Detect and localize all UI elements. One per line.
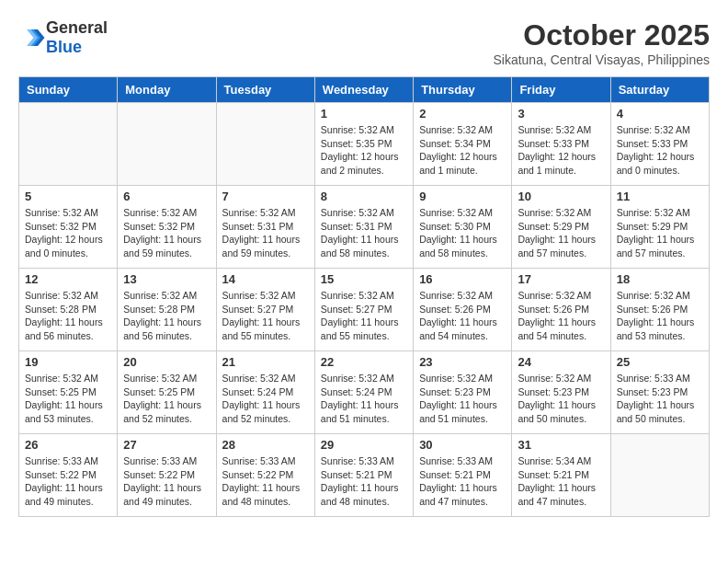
weekday-header-friday: Friday: [512, 77, 610, 103]
day-number: 27: [123, 438, 210, 452]
day-number: 5: [25, 190, 111, 203]
day-detail: Sunrise: 5:32 AM Sunset: 5:30 PM Dayligh…: [419, 206, 506, 260]
weekday-header-tuesday: Tuesday: [216, 77, 314, 103]
calendar-cell: 27Sunrise: 5:33 AM Sunset: 5:22 PM Dayli…: [118, 434, 216, 517]
calendar-cell: 19Sunrise: 5:32 AM Sunset: 5:25 PM Dayli…: [19, 351, 118, 434]
calendar-cell: 30Sunrise: 5:33 AM Sunset: 5:21 PM Dayli…: [414, 434, 512, 517]
weekday-header-saturday: Saturday: [610, 77, 709, 103]
calendar-cell: [19, 103, 118, 186]
day-detail: Sunrise: 5:32 AM Sunset: 5:32 PM Dayligh…: [123, 206, 210, 260]
day-detail: Sunrise: 5:33 AM Sunset: 5:21 PM Dayligh…: [419, 454, 506, 509]
day-detail: Sunrise: 5:32 AM Sunset: 5:33 PM Dayligh…: [518, 123, 604, 178]
day-detail: Sunrise: 5:32 AM Sunset: 5:25 PM Dayligh…: [123, 372, 210, 426]
week-row-3: 12Sunrise: 5:32 AM Sunset: 5:28 PM Dayli…: [19, 269, 710, 351]
day-number: 21: [222, 355, 309, 369]
day-detail: Sunrise: 5:33 AM Sunset: 5:22 PM Dayligh…: [123, 454, 210, 509]
weekday-header-row: SundayMondayTuesdayWednesdayThursdayFrid…: [19, 77, 710, 103]
day-number: 30: [419, 438, 506, 452]
calendar-cell: 2Sunrise: 5:32 AM Sunset: 5:34 PM Daylig…: [414, 103, 512, 186]
day-number: 24: [518, 355, 604, 369]
day-detail: Sunrise: 5:34 AM Sunset: 5:21 PM Dayligh…: [518, 454, 604, 509]
day-detail: Sunrise: 5:32 AM Sunset: 5:34 PM Dayligh…: [419, 123, 506, 178]
day-number: 22: [321, 355, 407, 369]
calendar-cell: 8Sunrise: 5:32 AM Sunset: 5:31 PM Daylig…: [314, 186, 413, 269]
calendar-cell: 12Sunrise: 5:32 AM Sunset: 5:28 PM Dayli…: [19, 269, 118, 351]
calendar-cell: 9Sunrise: 5:32 AM Sunset: 5:30 PM Daylig…: [414, 186, 512, 269]
day-detail: Sunrise: 5:33 AM Sunset: 5:23 PM Dayligh…: [617, 372, 703, 426]
title-area: October 2025 Sikatuna, Central Visayas, …: [493, 18, 710, 67]
week-row-4: 19Sunrise: 5:32 AM Sunset: 5:25 PM Dayli…: [19, 351, 710, 434]
day-detail: Sunrise: 5:32 AM Sunset: 5:31 PM Dayligh…: [222, 206, 309, 260]
day-detail: Sunrise: 5:32 AM Sunset: 5:31 PM Dayligh…: [321, 206, 407, 260]
day-number: 7: [222, 190, 309, 203]
day-detail: Sunrise: 5:32 AM Sunset: 5:24 PM Dayligh…: [222, 372, 309, 426]
weekday-header-thursday: Thursday: [414, 77, 512, 103]
calendar-cell: 31Sunrise: 5:34 AM Sunset: 5:21 PM Dayli…: [512, 434, 610, 517]
day-number: 2: [419, 107, 506, 121]
day-detail: Sunrise: 5:32 AM Sunset: 5:29 PM Dayligh…: [518, 206, 604, 260]
day-number: 3: [518, 107, 604, 121]
calendar-cell: 24Sunrise: 5:32 AM Sunset: 5:23 PM Dayli…: [512, 351, 610, 434]
weekday-header-wednesday: Wednesday: [314, 77, 413, 103]
general-blue-icon: [18, 24, 46, 52]
day-number: 20: [123, 355, 210, 369]
weekday-header-sunday: Sunday: [19, 77, 118, 103]
logo: General Blue: [18, 18, 108, 57]
day-detail: Sunrise: 5:32 AM Sunset: 5:27 PM Dayligh…: [321, 289, 407, 343]
calendar-cell: 7Sunrise: 5:32 AM Sunset: 5:31 PM Daylig…: [216, 186, 314, 269]
calendar-cell: 29Sunrise: 5:33 AM Sunset: 5:21 PM Dayli…: [314, 434, 413, 517]
calendar-cell: 22Sunrise: 5:32 AM Sunset: 5:24 PM Dayli…: [314, 351, 413, 434]
calendar-cell: [118, 103, 216, 186]
day-detail: Sunrise: 5:32 AM Sunset: 5:33 PM Dayligh…: [617, 123, 703, 178]
day-detail: Sunrise: 5:32 AM Sunset: 5:23 PM Dayligh…: [419, 372, 506, 426]
calendar-cell: 11Sunrise: 5:32 AM Sunset: 5:29 PM Dayli…: [610, 186, 709, 269]
day-number: 29: [321, 438, 407, 452]
calendar-cell: 16Sunrise: 5:32 AM Sunset: 5:26 PM Dayli…: [414, 269, 512, 351]
day-detail: Sunrise: 5:32 AM Sunset: 5:26 PM Dayligh…: [518, 289, 604, 343]
calendar-cell: 6Sunrise: 5:32 AM Sunset: 5:32 PM Daylig…: [118, 186, 216, 269]
day-detail: Sunrise: 5:32 AM Sunset: 5:26 PM Dayligh…: [419, 289, 506, 343]
calendar-cell: 1Sunrise: 5:32 AM Sunset: 5:35 PM Daylig…: [314, 103, 413, 186]
logo-general: General: [46, 18, 108, 37]
day-number: 8: [321, 190, 407, 203]
calendar-cell: 15Sunrise: 5:32 AM Sunset: 5:27 PM Dayli…: [314, 269, 413, 351]
calendar-cell: 25Sunrise: 5:33 AM Sunset: 5:23 PM Dayli…: [610, 351, 709, 434]
day-number: 10: [518, 190, 604, 203]
day-number: 9: [419, 190, 506, 203]
day-number: 23: [419, 355, 506, 369]
calendar-cell: 13Sunrise: 5:32 AM Sunset: 5:28 PM Dayli…: [118, 269, 216, 351]
day-detail: Sunrise: 5:32 AM Sunset: 5:28 PM Dayligh…: [25, 289, 111, 343]
day-number: 17: [518, 272, 604, 286]
day-detail: Sunrise: 5:32 AM Sunset: 5:26 PM Dayligh…: [617, 289, 703, 343]
week-row-1: 1Sunrise: 5:32 AM Sunset: 5:35 PM Daylig…: [19, 103, 710, 186]
header: General Blue October 2025 Sikatuna, Cent…: [18, 18, 710, 67]
day-number: 1: [321, 107, 407, 121]
day-number: 14: [222, 272, 309, 286]
calendar-cell: 5Sunrise: 5:32 AM Sunset: 5:32 PM Daylig…: [19, 186, 118, 269]
day-number: 13: [123, 272, 210, 286]
calendar-cell: 3Sunrise: 5:32 AM Sunset: 5:33 PM Daylig…: [512, 103, 610, 186]
location-title: Sikatuna, Central Visayas, Philippines: [493, 52, 710, 67]
day-detail: Sunrise: 5:33 AM Sunset: 5:21 PM Dayligh…: [321, 454, 407, 509]
calendar-cell: [216, 103, 314, 186]
logo-blue: Blue: [46, 38, 82, 56]
day-detail: Sunrise: 5:33 AM Sunset: 5:22 PM Dayligh…: [222, 454, 309, 509]
day-number: 18: [617, 272, 703, 286]
day-number: 19: [25, 355, 111, 369]
month-title: October 2025: [493, 18, 710, 52]
calendar-cell: 18Sunrise: 5:32 AM Sunset: 5:26 PM Dayli…: [610, 269, 709, 351]
week-row-2: 5Sunrise: 5:32 AM Sunset: 5:32 PM Daylig…: [19, 186, 710, 269]
day-number: 15: [321, 272, 407, 286]
calendar-cell: 17Sunrise: 5:32 AM Sunset: 5:26 PM Dayli…: [512, 269, 610, 351]
day-detail: Sunrise: 5:32 AM Sunset: 5:24 PM Dayligh…: [321, 372, 407, 426]
calendar-cell: 14Sunrise: 5:32 AM Sunset: 5:27 PM Dayli…: [216, 269, 314, 351]
day-detail: Sunrise: 5:32 AM Sunset: 5:25 PM Dayligh…: [25, 372, 111, 426]
calendar-cell: 20Sunrise: 5:32 AM Sunset: 5:25 PM Dayli…: [118, 351, 216, 434]
day-number: 26: [25, 438, 111, 452]
day-detail: Sunrise: 5:33 AM Sunset: 5:22 PM Dayligh…: [25, 454, 111, 509]
day-number: 4: [617, 107, 703, 121]
day-number: 28: [222, 438, 309, 452]
calendar-cell: 10Sunrise: 5:32 AM Sunset: 5:29 PM Dayli…: [512, 186, 610, 269]
calendar-cell: 23Sunrise: 5:32 AM Sunset: 5:23 PM Dayli…: [414, 351, 512, 434]
day-detail: Sunrise: 5:32 AM Sunset: 5:29 PM Dayligh…: [617, 206, 703, 260]
